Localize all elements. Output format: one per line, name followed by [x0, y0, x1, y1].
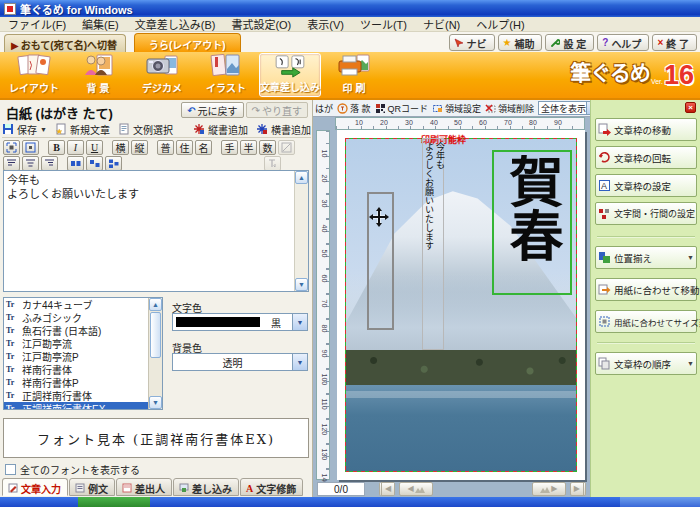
area-delete-button[interactable]: 領域削除 [485, 102, 534, 115]
greeting-text: 今年も よろしくお願いいたします [423, 142, 445, 348]
text-input-area[interactable]: 今年も よろしくお願いいたします ▲ ▼ [3, 170, 309, 292]
rakkan-button[interactable]: 落 款 [337, 102, 371, 115]
menu-help[interactable]: ヘルプ(H) [468, 15, 532, 33]
combo-arrow-icon[interactable]: ▼ [292, 314, 307, 330]
scrollbar-thumb[interactable] [150, 312, 161, 358]
digicam-button[interactable]: デジカメ [131, 53, 193, 97]
menu-text-insert[interactable]: 文章差し込み(B) [127, 15, 224, 33]
line-spacing-wide-button[interactable] [105, 156, 122, 171]
show-all-fonts-checkbox[interactable] [5, 464, 16, 475]
add-vertical-button[interactable]: 縦書追加 [193, 122, 248, 137]
print-button[interactable]: 印 刷 [323, 53, 385, 97]
menu-view[interactable]: 表示(V) [299, 15, 352, 33]
address-text-button[interactable]: 住 [176, 140, 193, 155]
char-size-up-button[interactable] [3, 140, 20, 155]
add-horizontal-button[interactable]: 横書追加 [256, 122, 311, 137]
background-button[interactable]: 背 景 [67, 53, 129, 97]
save-button[interactable]: 保存 ▼ [2, 122, 47, 137]
scroll-down-icon[interactable]: ▼ [149, 396, 162, 409]
move-frame-button[interactable]: 文章枠の移動 [595, 118, 697, 141]
align-top-button[interactable] [3, 156, 20, 171]
text-color-combo[interactable]: 黒 ▼ [172, 313, 308, 331]
tab-sample-text[interactable]: 例文 [69, 478, 115, 496]
font-list[interactable]: Trカナ44キューブ Trふみゴシック Tr魚石行書 (日本語) Tr江戸勘亭流… [3, 297, 163, 410]
help-button[interactable]: ? ヘルプ [597, 34, 649, 51]
quit-button[interactable]: × 終 了 [652, 34, 697, 51]
nav-first-button[interactable]: ◀ [379, 482, 395, 496]
nav-next-button[interactable]: ▶ [532, 482, 566, 496]
text-insert-button[interactable]: 文章差し込み [259, 53, 321, 97]
tab-sender[interactable]: 差出人 [116, 478, 172, 496]
char-spacing-button[interactable] [67, 156, 84, 171]
nav-last-button[interactable]: ▶ [570, 482, 586, 496]
text-color-swatch [176, 317, 260, 327]
main-toolbar: レイアウト 背 景 デジカメ [0, 52, 700, 100]
frame-order-button[interactable]: 文章枠の順序 ▼ [595, 352, 697, 375]
navi-button[interactable]: ナビ [449, 34, 495, 51]
hagaki-card[interactable]: 印刷可能枠 今年も よろしくお願いいたします 賀春 [337, 130, 585, 480]
align-button[interactable]: 位置揃え ▼ [595, 246, 697, 269]
number-button[interactable]: 数 [259, 140, 276, 155]
new-text-button[interactable]: 新規文章 [55, 122, 110, 137]
tab-switch-front[interactable]: ▶おもて(宛て名)へ切替 [4, 34, 126, 52]
calligraphy-frame[interactable]: 賀春 [492, 150, 572, 295]
illust-button[interactable]: イラスト [195, 53, 257, 97]
rotate-frame-button[interactable]: 文章枠の回転 [595, 146, 697, 169]
half-width-button[interactable]: 半 [240, 140, 257, 155]
qr-code-button[interactable]: QRコード [375, 102, 429, 115]
menu-format[interactable]: 書式設定(O) [223, 15, 299, 33]
panel-close-button[interactable]: × [685, 102, 696, 113]
scroll-up-icon[interactable]: ▲ [149, 298, 162, 311]
truetype-icon: Tr [6, 338, 19, 349]
underline-button[interactable]: U [86, 140, 103, 155]
vertical-writing-button[interactable]: 縦 [131, 140, 148, 155]
save-dropdown-arrow: ▼ [40, 126, 47, 133]
view-mode-combo[interactable]: 全体を表示 ▼ [538, 101, 590, 115]
page-indicator: 0/0 [317, 482, 365, 496]
move-to-paper-button[interactable]: 用紙に合わせて移動 ▼ [595, 278, 697, 301]
treeline [346, 350, 576, 385]
normal-text-button[interactable]: 普 [157, 140, 174, 155]
bg-color-combo[interactable]: 透明 ▼ [172, 353, 308, 371]
printable-frame-right [576, 138, 577, 472]
spacing-settings-button[interactable]: 文字間・行間の設定 [595, 202, 697, 225]
add-vertical-label: 縦書追加 [208, 122, 248, 137]
settings-button[interactable]: 設 定 [545, 34, 594, 51]
layout-button[interactable]: レイアウト [3, 53, 65, 97]
tab-text-input[interactable]: 文章入力 [2, 478, 68, 496]
undo-button[interactable]: ↶ 元に戻す [181, 102, 243, 118]
textarea-scrollbar[interactable]: ▲ ▼ [294, 171, 308, 291]
scroll-up-icon[interactable]: ▲ [295, 171, 308, 184]
select-sample-button[interactable]: 文例選択 [118, 122, 173, 137]
char-size-down-button[interactable] [22, 140, 39, 155]
horizontal-writing-button[interactable]: 横 [112, 140, 129, 155]
assist-button[interactable]: ★ 補助 [498, 34, 543, 51]
align-bottom-button[interactable] [41, 156, 58, 171]
line-spacing-narrow-button[interactable] [86, 156, 103, 171]
area-set-button[interactable]: 領域設定 [432, 102, 481, 115]
combo-arrow-icon[interactable]: ▼ [292, 354, 307, 370]
bold-button[interactable]: B [48, 140, 65, 155]
scroll-down-icon[interactable]: ▼ [295, 278, 308, 291]
resize-to-paper-button[interactable]: 用紙に合わせてサイズ変更 ▼ [595, 310, 697, 333]
tab-text-decoration[interactable]: A 文字修飾 [240, 478, 303, 496]
tab-back-layout[interactable]: うら(レイアウト) [134, 33, 241, 52]
move-to-paper-label: 用紙に合わせて移動 [614, 283, 700, 297]
te-button[interactable]: 手 [221, 140, 238, 155]
menu-file[interactable]: ファイル(F) [0, 15, 74, 33]
menu-tools[interactable]: ツール(T) [352, 15, 415, 33]
font-list-scrollbar[interactable]: ▲ ▼ [148, 298, 162, 409]
font-item-selected[interactable]: Tr正調祥南行書体EX [4, 402, 162, 410]
name-text-button[interactable]: 名 [195, 140, 212, 155]
frame-settings-button[interactable]: A 文章枠の設定 [595, 174, 697, 197]
tab-merge[interactable]: 差し込み [173, 478, 239, 496]
menu-navi[interactable]: ナビ(N) [415, 15, 468, 33]
greeting-text-frame[interactable]: 今年も よろしくお願いいたします [422, 138, 444, 350]
dropdown-arrow-icon: ▼ [687, 254, 694, 261]
align-center-button[interactable] [22, 156, 39, 171]
frame-settings-label: 文章枠の設定 [614, 179, 671, 193]
nav-prev-button[interactable]: ◀ [399, 482, 433, 496]
menu-edit[interactable]: 編集(E) [74, 15, 127, 33]
italic-button[interactable]: I [67, 140, 84, 155]
redo-button[interactable]: ↷ やり直す [246, 102, 308, 118]
